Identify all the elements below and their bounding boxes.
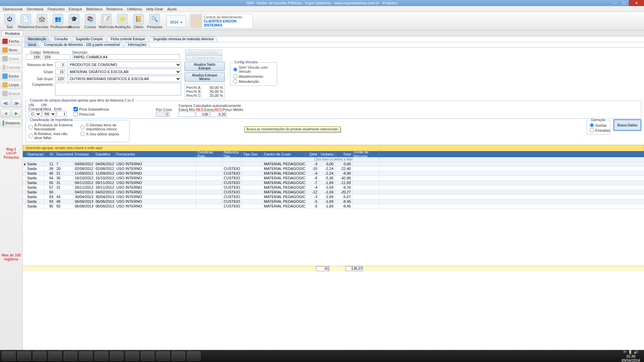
col-unitario[interactable]: Unitario [319,152,335,157]
chk-perecivel[interactable] [73,112,78,116]
taskbar-explorer[interactable] [2,351,15,361]
col-datamov[interactable]: DataMov [94,152,115,157]
btn-atualiza-minimo[interactable]: Atualiza Estoque Minimo [184,72,225,82]
tool-avaliacao[interactable]: ⭐Avaliação [115,14,130,29]
table-row[interactable]: Saida955006/08/201306/08/2013USO INTERNO… [23,204,644,209]
btn-atualiza-saldo[interactable]: Atualiza Saldo Estoque [184,62,225,71]
input-codigo[interactable] [25,54,41,60]
taskbar-chrome[interactable] [33,351,46,361]
tool-sair[interactable]: ⏻Sair [2,14,17,29]
col-fonte[interactable]: Fonte de Recurso [353,149,379,159]
radio-manutencao[interactable] [233,79,237,83]
input-estoq[interactable] [196,112,209,117]
btn-cancela[interactable]: Cancela [1,63,22,71]
radio-class-b[interactable] [29,134,33,138]
btn-grava[interactable]: Grava [1,55,22,63]
taskbar-app11[interactable] [156,351,170,361]
select-natureza[interactable]: PRODUTOS DE CONSUMO [67,62,181,68]
select-un-utiliza[interactable]: RES [42,111,56,117]
tool-relatorios[interactable]: 📄Relatórios [18,14,34,29]
close-button[interactable]: ✕ [629,0,644,6]
col-tipodoc[interactable]: Tipo Doc [242,152,263,157]
menu-operacional[interactable]: Operacional [3,7,22,11]
radio-entradas[interactable] [590,128,594,132]
tab-sugestao-remessa[interactable]: Sugestão remessa de materiais diversos [149,37,217,42]
input-estoq-min[interactable] [178,112,195,117]
tool-matricula[interactable]: 📝Matrícula [99,14,114,29]
grid-filter-row[interactable]: Click here to define a filter [23,157,644,162]
btn-buscar[interactable]: Buscar [1,89,22,98]
col-documento[interactable]: Documento [55,152,73,157]
system-tray[interactable]: 🏳 🔋 🔊 15:39 09/04/2014 [622,350,642,362]
col-qtde[interactable]: Qtde [306,152,319,157]
tab-manutencao[interactable]: Manutenção [24,37,50,42]
col-total[interactable]: Total [335,152,353,157]
radio-class-c[interactable] [80,125,85,129]
table-row[interactable]: Saida573128/11/201228/11/2012USO INTERNO… [23,185,644,190]
table-row[interactable]: Saida934806/06/201306/06/2013USO INTERNO… [23,199,644,204]
taskbar-kaspersky[interactable] [95,351,108,361]
tool-cursos[interactable]: 📚Cursos [83,14,98,29]
tool-profissionais[interactable]: 👥Profissionais [50,14,66,29]
support-banner[interactable]: Central de AtendimentoCLIENTES ERGON SIS… [189,14,253,28]
taskbar-ie[interactable] [48,351,62,361]
input-natureza-code[interactable] [55,62,65,67]
select-grupo[interactable]: MATERIAL DIDÁTICO E ESCOLAR [67,69,181,75]
taskbar-app10[interactable] [141,351,154,361]
nav-play[interactable]: ► [11,109,21,118]
taskbar-app12[interactable] [172,351,185,361]
input-emb[interactable] [57,111,67,117]
radio-class-a[interactable] [29,125,33,129]
btn-busca-dados[interactable]: Busca Dados [613,119,641,131]
menu-secretaria[interactable]: Secretaria [26,7,43,11]
menu-helpdesk[interactable]: Help Desk [146,7,163,11]
col-centrocusto[interactable]: Centro de Custo [263,152,306,157]
col-emissao[interactable]: Emissao [73,152,94,157]
table-row[interactable]: Saida6004/02/201304/02/2013USO INTERNOCU… [23,190,644,195]
maximize-button[interactable]: ☐ [620,0,629,6]
table-row[interactable]: Saida543016/10/201216/10/2012USO INTERNO… [23,176,644,181]
col-id[interactable]: ID [44,152,55,157]
table-row[interactable]: Saida834330/04/201330/04/2013USO INTERNO… [23,195,644,199]
btn-exclui[interactable]: Exclui [1,72,22,80]
input-preco-medio[interactable] [210,112,227,117]
taskbar-teamviewer[interactable] [17,351,31,361]
module-tab-produtos[interactable]: Produtos [1,31,23,36]
group-panel[interactable]: Querendo agrupar, arraste uma coluna e s… [23,145,644,151]
table-row[interactable]: Saida553109/11/201209/11/2012USO INTERNO… [23,181,644,185]
menu-relatorios[interactable]: Relatórios [106,7,123,11]
table-row[interactable]: Saida392002/08/201202/08/2012USO INTERNO… [23,167,644,171]
taskbar-excel[interactable] [125,351,139,361]
radio-saidas[interactable] [590,123,594,127]
col-condicao[interactable]: Condicao Pgto [196,149,222,159]
subtab-composicao[interactable]: Composição de Alimentos - 100 g parte co… [40,42,123,47]
col-operacao[interactable]: Operacao [26,152,44,157]
col-fornecedor[interactable]: Fornecedor [115,152,196,157]
textarea-complemento[interactable] [55,83,181,96]
nav-prev[interactable]: ≪ [1,99,11,108]
btn-fecha[interactable]: Fecha [1,37,22,45]
menu-biblioteca[interactable]: Biblioteca [86,7,102,11]
menu-estoque[interactable]: Estoque [69,7,82,11]
radio-sem-vinculo[interactable] [233,67,237,72]
tool-escolas[interactable]: 🏫Escolas [34,14,50,29]
taskbar-app6[interactable] [79,351,93,361]
tab-consulta[interactable]: Consulta [51,37,71,42]
tab-sugestao-compra[interactable]: Sugestão Compra [72,37,107,42]
input-referencia[interactable] [43,54,70,60]
nav-next[interactable]: ≫ [11,99,21,108]
minimize-button[interactable]: — [610,0,620,6]
input-subgrupo-code[interactable] [55,76,65,81]
chk-prod-subsistencia[interactable] [73,107,78,111]
input-grupo-code[interactable] [55,69,65,74]
subtab-informacoes[interactable]: Informações [124,42,150,47]
table-row[interactable]: Saida402111/09/201211/09/2012USO INTERNO… [23,171,644,176]
input-descricao[interactable] [72,54,180,60]
select-subgrupo[interactable]: OUTROS MATERIAIS DIDATICOS E ESCOLAR [67,76,181,82]
year-selector[interactable]: 2014 ▾ [166,15,186,27]
tool-pesquisa[interactable]: 🔍Pesquisa [147,14,162,29]
menu-utilitarios[interactable]: Utilitários [127,7,142,11]
radio-class-x[interactable] [80,132,85,136]
subtab-geral[interactable]: Geral [24,42,40,47]
tool-diario[interactable]: 📔Diário [131,14,146,29]
